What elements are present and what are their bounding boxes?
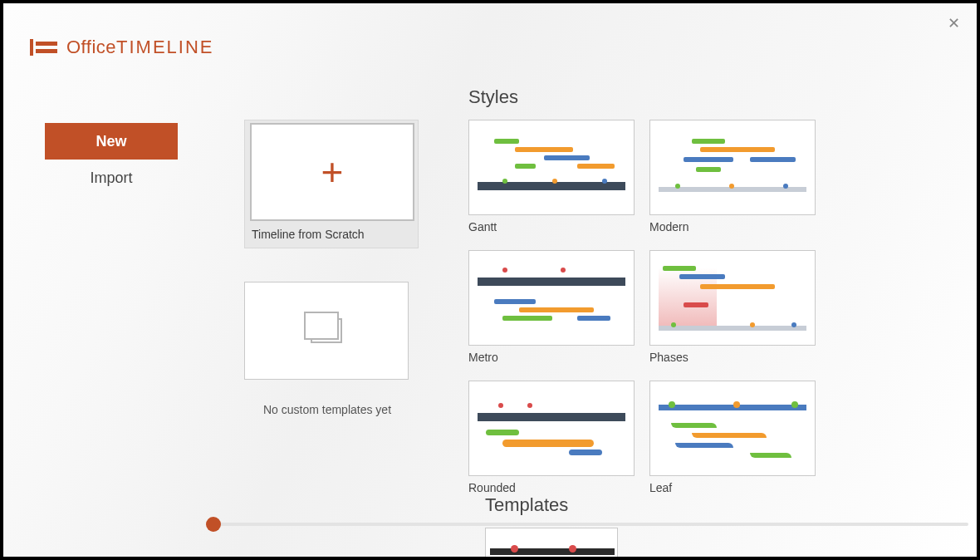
style-rounded[interactable]: Rounded: [468, 381, 635, 494]
gallery-area: Styles Gantt: [468, 86, 977, 557]
style-phases[interactable]: Phases: [649, 250, 816, 364]
close-button[interactable]: ✕: [943, 13, 963, 33]
template-marketing[interactable]: Marketing: [485, 528, 618, 557]
plus-icon: +: [321, 153, 344, 191]
style-label: Metro: [468, 351, 635, 364]
scrollbar-track: [218, 523, 968, 526]
sidebar: New Import: [45, 123, 178, 196]
style-label: Leaf: [649, 481, 816, 494]
brand-name-b: TIMELINE: [116, 37, 213, 57]
brand-name-a: Office: [66, 37, 116, 57]
sidebar-new-button[interactable]: New: [45, 123, 178, 160]
scrollbar-thumb[interactable]: [206, 517, 221, 532]
style-label: Rounded: [468, 481, 635, 494]
stack-icon: [311, 318, 342, 343]
styles-title: Styles: [468, 86, 850, 108]
style-phases-thumb: [649, 250, 816, 346]
style-leaf-thumb: [649, 381, 816, 476]
app-window: ✕ OfficeTIMELINE New Import + Timeline f…: [3, 3, 977, 557]
style-gantt-thumb: [468, 120, 635, 215]
styles-section: Styles Gantt: [468, 86, 850, 494]
scratch-label: Timeline from Scratch: [250, 228, 413, 241]
style-label: Gantt: [468, 220, 635, 233]
style-leaf[interactable]: Leaf: [649, 381, 816, 494]
center-column: + Timeline from Scratch No custom templa…: [244, 120, 427, 416]
horizontal-scrollbar[interactable]: [194, 517, 968, 532]
close-icon: ✕: [948, 14, 960, 32]
templates-grid: Marketing Program Management: [485, 528, 635, 557]
style-rounded-thumb: [468, 381, 635, 476]
template-marketing-thumb: [485, 528, 618, 557]
style-modern-thumb: [649, 120, 816, 215]
style-metro-thumb: [468, 250, 635, 346]
empty-thumb: [244, 282, 409, 380]
style-modern[interactable]: Modern: [649, 120, 816, 233]
style-gantt[interactable]: Gantt: [468, 120, 635, 233]
empty-label: No custom templates yet: [244, 403, 410, 416]
no-custom-templates-tile: [244, 282, 410, 380]
style-label: Phases: [649, 351, 816, 364]
style-metro[interactable]: Metro: [468, 250, 635, 364]
brand-logo-text: OfficeTIMELINE: [66, 37, 214, 58]
templates-title: Templates: [485, 494, 635, 516]
scratch-thumb: +: [250, 123, 414, 221]
brand-logo: OfficeTIMELINE: [30, 37, 214, 58]
brand-logo-icon: [30, 37, 60, 57]
sidebar-import-button[interactable]: Import: [45, 160, 178, 196]
style-label: Modern: [649, 220, 816, 233]
timeline-from-scratch-tile[interactable]: + Timeline from Scratch: [244, 120, 419, 248]
styles-grid: Gantt Modern: [468, 120, 850, 494]
